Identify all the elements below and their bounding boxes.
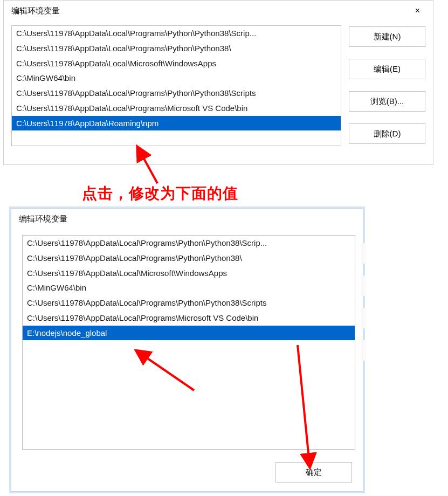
browse-button[interactable]: 浏览(B)... xyxy=(349,91,425,112)
list-item[interactable]: C:\Users\11978\AppData\Local\Programs\Mi… xyxy=(23,311,355,326)
titlebar: 编辑环境变量 xyxy=(11,209,363,225)
list-item[interactable]: C:\Users\11978\AppData\Local\Programs\Py… xyxy=(23,295,355,311)
edit-button[interactable]: 编辑(E) xyxy=(349,59,425,79)
env-var-dialog-after: 编辑环境变量 C:\Users\11978\AppData\Local\Prog… xyxy=(11,208,363,492)
dialog-body: C:\Users\11978\AppData\Local\Programs\Py… xyxy=(4,21,433,146)
env-var-dialog-before: 编辑环境变量 × C:\Users\11978\AppData\Local\Pr… xyxy=(3,0,433,165)
ok-button[interactable]: 确定 xyxy=(275,462,352,483)
annotation-label: 点击，修改为下面的值 xyxy=(82,183,238,204)
list-item[interactable]: C:\Users\11978\AppData\Local\Programs\Py… xyxy=(23,236,355,251)
list-item-selected[interactable]: C:\Users\11978\AppData\Roaming\npm xyxy=(12,116,341,131)
path-listbox[interactable]: C:\Users\11978\AppData\Local\Programs\Py… xyxy=(22,235,355,450)
list-item[interactable]: C:\MinGW64\bin xyxy=(12,71,341,86)
delete-button[interactable]: 删除(D) xyxy=(349,123,425,144)
list-item[interactable]: C:\Users\11978\AppData\Local\Programs\Mi… xyxy=(12,101,341,116)
dialog-title: 编辑环境变量 xyxy=(19,214,67,224)
cropped-button-edge xyxy=(362,243,366,264)
list-item[interactable]: C:\Users\11978\AppData\Local\Microsoft\W… xyxy=(12,56,341,71)
dialog-body: C:\Users\11978\AppData\Local\Programs\Py… xyxy=(11,225,363,450)
list-item[interactable]: C:\Users\11978\AppData\Local\Programs\Py… xyxy=(12,26,341,41)
list-item[interactable]: C:\Users\11978\AppData\Local\Programs\Py… xyxy=(23,251,355,266)
list-item[interactable]: C:\Users\11978\AppData\Local\Programs\Py… xyxy=(12,41,341,56)
close-icon[interactable]: × xyxy=(410,5,425,17)
new-button[interactable]: 新建(N) xyxy=(349,26,425,47)
button-column: 新建(N) 编辑(E) 浏览(B)... 删除(D) xyxy=(349,25,425,146)
list-item[interactable]: C:\Users\11978\AppData\Local\Programs\Py… xyxy=(12,86,341,101)
cropped-button-edge xyxy=(362,340,366,361)
dialog-title: 编辑环境变量 xyxy=(11,6,60,16)
titlebar: 编辑环境变量 × xyxy=(4,1,433,21)
list-item[interactable]: C:\Users\11978\AppData\Local\Microsoft\W… xyxy=(23,266,355,281)
list-item-selected[interactable]: E:\nodejs\node_global xyxy=(23,326,355,341)
cropped-button-edge xyxy=(362,308,366,328)
cropped-button-edge xyxy=(362,275,366,296)
dialog-footer: 确定 xyxy=(275,462,352,483)
path-listbox[interactable]: C:\Users\11978\AppData\Local\Programs\Py… xyxy=(11,25,341,146)
list-item[interactable]: C:\MinGW64\bin xyxy=(23,280,355,295)
